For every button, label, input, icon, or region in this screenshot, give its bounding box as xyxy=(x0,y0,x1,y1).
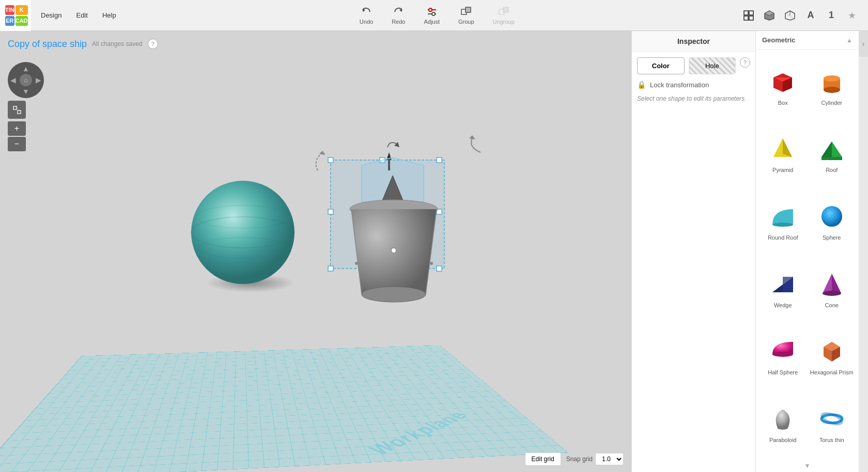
handle-tr[interactable] xyxy=(437,158,442,163)
svg-point-29 xyxy=(824,75,840,82)
sphere-object[interactable] xyxy=(191,181,295,284)
lock-icon: 🔒 xyxy=(637,81,646,89)
halfsphere-icon xyxy=(767,336,798,367)
pan-wheel[interactable]: ▲ ▼ ◀ ▶ ⌂ xyxy=(8,62,44,98)
navigation-controls: ▲ ▼ ◀ ▶ ⌂ + − xyxy=(8,62,44,151)
pyramid-icon xyxy=(767,133,798,164)
cone-icon xyxy=(816,269,847,300)
svg-marker-34 xyxy=(822,141,832,157)
handle-br[interactable] xyxy=(437,266,442,271)
shape-item-roof[interactable]: Roof xyxy=(808,120,857,187)
shape-item-torusthin[interactable]: Torus thin xyxy=(808,389,857,457)
project-title[interactable]: Copy of space ship xyxy=(8,39,87,50)
shapes-scroll-down[interactable]: ▼ xyxy=(804,462,811,469)
3d-viewport[interactable]: Workplane xyxy=(0,57,631,446)
fit-view-icon xyxy=(12,105,22,115)
lock-label[interactable]: Lock transformation xyxy=(650,81,709,89)
canvas-area[interactable]: Copy of space ship All changes saved ? W… xyxy=(0,31,631,472)
svg-point-42 xyxy=(823,291,841,296)
menu-design[interactable]: Design xyxy=(34,7,69,23)
adjust-icon xyxy=(426,6,438,18)
main-area: Copy of space ship All changes saved ? W… xyxy=(0,31,868,472)
snap-select[interactable]: 1.0 xyxy=(595,453,624,465)
svg-rect-20 xyxy=(18,111,21,114)
shapes-scroll-down-area: ▼ xyxy=(756,460,859,472)
shape-item-paraboloid[interactable]: Paraboloid xyxy=(758,389,808,457)
cone-center-dot[interactable] xyxy=(391,248,396,253)
objects-svg xyxy=(0,57,631,446)
shape-item-wedge[interactable]: Wedge xyxy=(758,255,808,322)
undo-icon xyxy=(361,6,372,18)
star-button[interactable]: ★ xyxy=(844,7,860,24)
group-button[interactable]: Group xyxy=(454,4,478,27)
box-icon xyxy=(767,66,798,97)
roof-label: Roof xyxy=(826,167,838,173)
cone-dot-l xyxy=(355,262,358,265)
zoom-in-button[interactable]: + xyxy=(8,121,26,136)
color-button[interactable]: Color xyxy=(637,57,685,74)
inspector-body: Color Hole ? 🔒 Lock transformation Selec… xyxy=(632,52,755,472)
menu-help[interactable]: Help xyxy=(95,7,123,23)
select-hint: Select one shape to edit its parameters. xyxy=(637,95,750,102)
svg-rect-35 xyxy=(822,157,842,160)
bottom-bar: Edit grid Snap grid 1.0 xyxy=(0,446,631,472)
snap-label: Snap grid xyxy=(566,455,593,463)
handle-bl[interactable] xyxy=(328,266,333,271)
undo-button[interactable]: Undo xyxy=(355,4,377,27)
grid-view-button[interactable] xyxy=(740,7,757,24)
roundroof-label: Round Roof xyxy=(768,234,798,241)
svg-rect-12 xyxy=(744,16,748,20)
shape-item-pyramid[interactable]: Pyramid xyxy=(758,120,808,187)
shape-item-roundroof[interactable]: Round Roof xyxy=(758,187,808,255)
inspector-help-button[interactable]: ? xyxy=(740,57,750,68)
zoom-controls: + − xyxy=(8,121,44,151)
svg-rect-13 xyxy=(749,16,753,20)
pan-down-icon: ▼ xyxy=(22,87,29,96)
wireframe-button[interactable] xyxy=(782,7,798,24)
shape-item-sphere[interactable]: Sphere xyxy=(808,187,857,255)
svg-point-30 xyxy=(824,87,840,93)
handle-ml[interactable] xyxy=(328,209,333,214)
shapes-scroll-up[interactable]: ▲ xyxy=(846,37,853,44)
svg-rect-19 xyxy=(13,106,17,109)
wedge-label: Wedge xyxy=(774,302,792,308)
handle-tl[interactable] xyxy=(328,158,333,163)
cone-body xyxy=(351,209,437,300)
lock-row: 🔒 Lock transformation xyxy=(637,81,750,89)
logo[interactable]: TIN K ER CAD xyxy=(0,0,31,31)
svg-rect-7 xyxy=(466,7,471,12)
torusthin-icon xyxy=(816,403,847,434)
group-icon xyxy=(460,6,472,18)
shape-item-cylinder[interactable]: Cylinder xyxy=(808,52,857,120)
3d-box-icon xyxy=(764,10,775,21)
cone-dot-r xyxy=(430,262,433,265)
pan-center[interactable]: ⌂ xyxy=(20,74,32,86)
svg-point-3 xyxy=(429,8,432,11)
project-bar: Copy of space ship All changes saved ? xyxy=(0,31,631,57)
text-view-button[interactable]: A xyxy=(802,7,819,24)
paraboloid-label: Paraboloid xyxy=(769,437,797,443)
fit-view-button[interactable] xyxy=(8,101,26,119)
shape-item-hexprism[interactable]: Hexagonal Prism xyxy=(808,322,857,390)
menu-edit[interactable]: Edit xyxy=(69,7,95,23)
redo-button[interactable]: Redo xyxy=(388,4,409,27)
number-view-button[interactable]: 1 xyxy=(823,7,840,24)
grid-view-icon xyxy=(743,10,754,21)
hole-button[interactable]: Hole xyxy=(689,57,736,74)
adjust-button[interactable]: Adjust xyxy=(420,4,444,27)
shape-item-cone[interactable]: Cone xyxy=(808,255,857,322)
3d-view-button[interactable] xyxy=(761,7,778,24)
ungroup-button[interactable]: Ungroup xyxy=(489,4,519,27)
canvas-help-button[interactable]: ? xyxy=(148,39,158,49)
shape-item-box[interactable]: Box xyxy=(758,52,808,120)
edit-grid-button[interactable]: Edit grid xyxy=(525,452,561,466)
home-icon: ⌂ xyxy=(24,76,27,84)
shapes-grid: Box Cylinder xyxy=(756,50,859,460)
shape-item-halfsphere[interactable]: Half Sphere xyxy=(758,322,808,390)
zoom-out-button[interactable]: − xyxy=(8,137,26,151)
panel-collapse-toggle[interactable]: › xyxy=(859,31,868,57)
selected-group[interactable] xyxy=(328,142,444,302)
logo-cad: CAD xyxy=(16,16,28,26)
pan-right-icon: ▶ xyxy=(36,76,41,84)
svg-point-49 xyxy=(820,412,843,427)
